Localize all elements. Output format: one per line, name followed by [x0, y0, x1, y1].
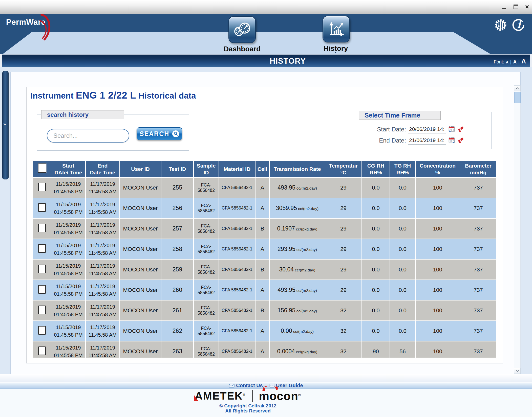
cell-select [33, 300, 51, 320]
search-input[interactable] [47, 129, 129, 143]
start-date-clear-icon[interactable] [457, 125, 464, 132]
minimize-icon [502, 8, 506, 9]
row-checkbox[interactable] [38, 326, 46, 335]
cell-cg-rh: 0.0 [362, 178, 390, 198]
sidebar-expander[interactable]: » [2, 71, 9, 179]
row-checkbox[interactable] [38, 224, 46, 232]
font-medium-button[interactable]: A [513, 59, 517, 65]
start-date-input[interactable] [408, 125, 446, 133]
copyright-line: © Copyright Celtrak 2012 [0, 403, 496, 408]
cell-select [33, 341, 51, 358]
minimize-button[interactable] [500, 4, 508, 10]
cell-barometer: 737 [460, 219, 496, 239]
cell-material-id: CFA 5856482-1 [219, 239, 255, 259]
table-row: 11/15/201901:45:58 PM11/17/201911:45:58 … [33, 178, 496, 198]
header-subband [0, 32, 532, 54]
cell-sample-id: FCA-5856482 [194, 260, 219, 280]
scrollbar-down-button[interactable] [514, 368, 521, 374]
column-header: Transmission Rate [270, 161, 325, 177]
cell-end-datetime: 11/17/201911:45:58 AM [86, 260, 119, 280]
row-checkbox[interactable] [38, 203, 46, 212]
row-checkbox[interactable] [38, 285, 46, 294]
history-table: Start DAte/ TimeEnd Date TimeUser IDTest… [33, 160, 497, 358]
panel-bottom-strip [0, 374, 532, 382]
cell-concentration: 100 [416, 321, 460, 341]
cell-transmission-rate: 0.0004 cc/(pkg.day) [270, 341, 325, 358]
select-all-checkbox[interactable] [38, 164, 46, 173]
row-checkbox[interactable] [38, 346, 46, 355]
cell-concentration: 100 [416, 219, 460, 239]
cell-end-datetime: 11/17/201911:45:58 AM [86, 321, 119, 341]
font-label: Font: [494, 59, 504, 65]
close-icon [525, 5, 529, 9]
logo-divider [252, 390, 253, 402]
end-date-input[interactable] [408, 136, 446, 145]
cell-test-id: 259 [161, 260, 193, 280]
column-header: Start DAte/ Time [51, 161, 85, 177]
end-date-calendar-icon[interactable] [448, 136, 455, 143]
row-checkbox[interactable] [38, 306, 46, 314]
scrollbar-track[interactable] [514, 91, 521, 368]
cell-material-id: CFA 5856482-1 [219, 219, 255, 239]
cell-tg-rh: 0.0 [390, 198, 415, 218]
font-small-button[interactable]: A [506, 60, 508, 64]
cell-test-id: 256 [161, 198, 193, 218]
column-header: Temperatur °C [325, 161, 361, 177]
cell-transmission-rate: 0.1907 cc/(pkg.day) [270, 219, 325, 239]
cell-select [33, 260, 51, 280]
cell-select [33, 178, 51, 198]
timeframe-legend: Select Time Frame [359, 111, 441, 120]
cell-end-datetime: 11/17/201911:45:58 AM [86, 198, 119, 218]
cell-start-datetime: 11/15/201901:45:58 PM [51, 341, 85, 358]
cell-end-datetime: 11/17/201911:45:58 AM [86, 300, 119, 320]
scrollbar-thumb[interactable] [514, 92, 521, 103]
contact-us-link[interactable]: Contact Us [229, 383, 263, 388]
font-large-button[interactable]: A [521, 58, 526, 65]
cell-end-datetime: 11/17/201911:45:58 AM [86, 178, 119, 198]
chevron-down-icon [516, 370, 519, 372]
copyright: © Copyright Celtrak 2012 All Rights Rese… [0, 403, 496, 413]
cell-start-datetime: 11/15/201901:45:58 PM [51, 300, 85, 320]
cell-material-id: CFA 5856482-1 [219, 280, 255, 300]
cell-temperature: 32 [325, 321, 361, 341]
cell-sample-id: FCA-5856482 [194, 300, 219, 320]
nav-history-label[interactable]: History [314, 44, 357, 53]
nav-history-button[interactable] [323, 16, 350, 42]
end-date-clear-icon[interactable] [457, 136, 464, 143]
contact-us-label: Contact Us [236, 383, 263, 388]
close-button[interactable] [523, 4, 531, 10]
history-table-wrap: Start DAte/ TimeEnd Date TimeUser IDTest… [33, 160, 498, 358]
maximize-button[interactable] [512, 4, 520, 10]
cell-barometer: 737 [460, 280, 496, 300]
cell-cg-rh: 0.0 [362, 280, 390, 300]
row-checkbox[interactable] [38, 265, 46, 273]
cell-tg-rh: 0.0 [390, 219, 415, 239]
start-date-calendar-icon[interactable] [448, 125, 455, 132]
cell-user-id: MOCON User [120, 198, 161, 218]
nav-dashboard-label[interactable]: Dashboard [221, 45, 264, 53]
column-header: User ID [120, 161, 161, 177]
cell-start-datetime: 11/15/201901:45:58 PM [51, 178, 85, 198]
settings-button[interactable] [494, 18, 507, 33]
cell-temperature: 29 [325, 198, 361, 218]
cell-tg-rh: 0.0 [390, 300, 415, 320]
dashboard-gauges-icon [233, 20, 251, 39]
table-row: 11/15/201901:45:58 PM11/17/201911:45:58 … [33, 300, 496, 320]
font-separator: | [518, 59, 520, 65]
scrollbar-up-button[interactable] [514, 85, 521, 91]
cell-transmission-rate: 493.95 cc/(m2.day) [270, 280, 325, 300]
row-checkbox[interactable] [38, 183, 46, 191]
maximize-icon [514, 5, 518, 9]
start-date-label: Start Date: [368, 126, 406, 133]
info-button[interactable]: i [512, 19, 525, 33]
ametek-red-triangle-icon [194, 395, 198, 401]
cell-user-id: MOCON User [120, 219, 161, 239]
nav-dashboard-button[interactable] [228, 16, 256, 43]
cell-concentration: 100 [416, 198, 460, 218]
search-button[interactable]: SEARCH [137, 127, 182, 140]
row-checkbox[interactable] [38, 244, 46, 253]
cell-cell: A [256, 198, 269, 218]
table-row: 11/15/201901:45:58 PM11/17/201911:45:58 … [33, 280, 496, 300]
cell-test-id: 255 [161, 178, 193, 198]
cell-tg-rh: 0.0 [390, 321, 415, 341]
